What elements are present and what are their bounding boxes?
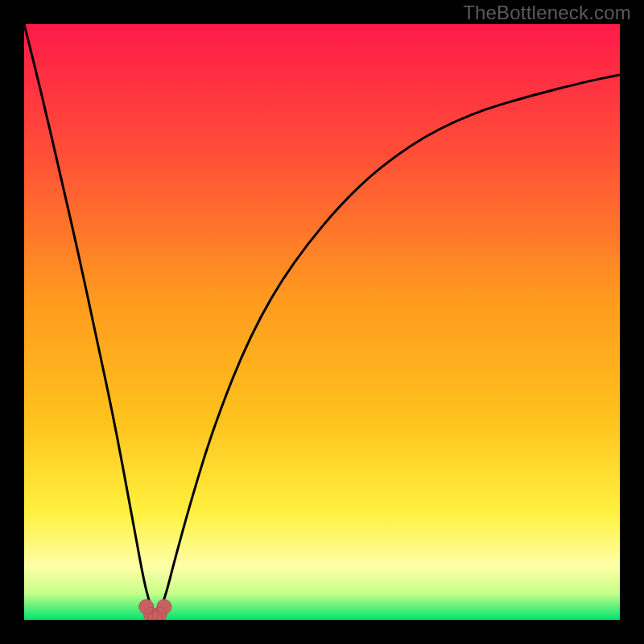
bottleneck-curve-chart [24,24,620,620]
plot-area [24,24,620,620]
watermark-text: TheBottleneck.com [463,2,631,24]
chart-frame: TheBottleneck.com [0,0,644,644]
gradient-background [24,24,620,620]
